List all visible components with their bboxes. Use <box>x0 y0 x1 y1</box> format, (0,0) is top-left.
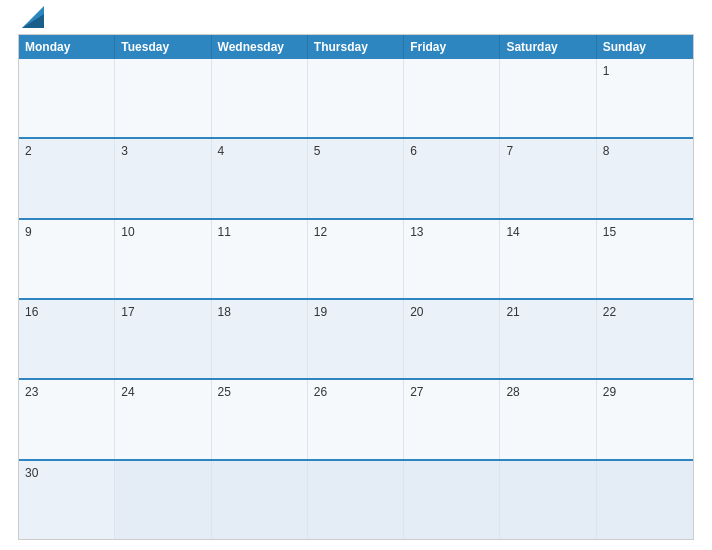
day-number: 26 <box>314 385 397 399</box>
calendar-cell: 25 <box>212 380 308 458</box>
header <box>18 10 694 28</box>
day-number: 1 <box>603 64 687 78</box>
day-number: 18 <box>218 305 301 319</box>
calendar-cell: 3 <box>115 139 211 217</box>
logo <box>18 10 44 28</box>
day-number: 13 <box>410 225 493 239</box>
calendar-cell <box>500 461 596 539</box>
day-number: 22 <box>603 305 687 319</box>
day-number: 10 <box>121 225 204 239</box>
calendar-cell: 6 <box>404 139 500 217</box>
header-cell-monday: Monday <box>19 35 115 59</box>
calendar-cell: 5 <box>308 139 404 217</box>
calendar-week-1: 1 <box>19 59 693 137</box>
day-number: 19 <box>314 305 397 319</box>
calendar-week-2: 2345678 <box>19 137 693 217</box>
calendar-cell: 15 <box>597 220 693 298</box>
calendar-cell: 11 <box>212 220 308 298</box>
calendar-grid: MondayTuesdayWednesdayThursdayFridaySatu… <box>18 34 694 540</box>
calendar-cell: 4 <box>212 139 308 217</box>
calendar-cell: 18 <box>212 300 308 378</box>
calendar-cell: 23 <box>19 380 115 458</box>
calendar-week-6: 30 <box>19 459 693 539</box>
day-number: 12 <box>314 225 397 239</box>
calendar-cell: 2 <box>19 139 115 217</box>
calendar-cell: 20 <box>404 300 500 378</box>
calendar-cell <box>212 59 308 137</box>
calendar-cell: 16 <box>19 300 115 378</box>
calendar-cell: 10 <box>115 220 211 298</box>
day-number: 23 <box>25 385 108 399</box>
calendar-cell <box>404 461 500 539</box>
day-number: 21 <box>506 305 589 319</box>
day-number: 29 <box>603 385 687 399</box>
calendar-cell: 17 <box>115 300 211 378</box>
calendar-week-3: 9101112131415 <box>19 218 693 298</box>
calendar-cell: 27 <box>404 380 500 458</box>
calendar-header-row: MondayTuesdayWednesdayThursdayFridaySatu… <box>19 35 693 59</box>
calendar-week-5: 23242526272829 <box>19 378 693 458</box>
calendar-cell: 21 <box>500 300 596 378</box>
header-cell-wednesday: Wednesday <box>212 35 308 59</box>
day-number: 4 <box>218 144 301 158</box>
day-number: 17 <box>121 305 204 319</box>
calendar-cell: 1 <box>597 59 693 137</box>
calendar-page: MondayTuesdayWednesdayThursdayFridaySatu… <box>0 0 712 550</box>
header-cell-friday: Friday <box>404 35 500 59</box>
calendar-cell: 24 <box>115 380 211 458</box>
header-cell-sunday: Sunday <box>597 35 693 59</box>
calendar-cell <box>115 461 211 539</box>
calendar-week-4: 16171819202122 <box>19 298 693 378</box>
day-number: 25 <box>218 385 301 399</box>
calendar-cell: 19 <box>308 300 404 378</box>
calendar-cell <box>500 59 596 137</box>
calendar-cell: 26 <box>308 380 404 458</box>
day-number: 24 <box>121 385 204 399</box>
header-cell-thursday: Thursday <box>308 35 404 59</box>
calendar-cell <box>212 461 308 539</box>
calendar-cell: 7 <box>500 139 596 217</box>
day-number: 30 <box>25 466 108 480</box>
calendar-cell: 22 <box>597 300 693 378</box>
calendar-cell <box>19 59 115 137</box>
calendar-cell <box>115 59 211 137</box>
day-number: 27 <box>410 385 493 399</box>
day-number: 20 <box>410 305 493 319</box>
calendar-body: 1234567891011121314151617181920212223242… <box>19 59 693 539</box>
calendar-cell <box>404 59 500 137</box>
day-number: 3 <box>121 144 204 158</box>
day-number: 11 <box>218 225 301 239</box>
calendar-cell: 8 <box>597 139 693 217</box>
calendar-cell: 9 <box>19 220 115 298</box>
calendar-cell: 14 <box>500 220 596 298</box>
day-number: 14 <box>506 225 589 239</box>
day-number: 8 <box>603 144 687 158</box>
day-number: 15 <box>603 225 687 239</box>
day-number: 16 <box>25 305 108 319</box>
calendar-cell <box>597 461 693 539</box>
calendar-cell <box>308 461 404 539</box>
header-cell-tuesday: Tuesday <box>115 35 211 59</box>
calendar-cell: 30 <box>19 461 115 539</box>
header-cell-saturday: Saturday <box>500 35 596 59</box>
calendar-cell: 12 <box>308 220 404 298</box>
day-number: 6 <box>410 144 493 158</box>
day-number: 9 <box>25 225 108 239</box>
day-number: 5 <box>314 144 397 158</box>
calendar-cell: 13 <box>404 220 500 298</box>
day-number: 28 <box>506 385 589 399</box>
calendar-cell: 28 <box>500 380 596 458</box>
calendar-cell <box>308 59 404 137</box>
day-number: 7 <box>506 144 589 158</box>
calendar-cell: 29 <box>597 380 693 458</box>
logo-icon <box>22 6 44 28</box>
day-number: 2 <box>25 144 108 158</box>
